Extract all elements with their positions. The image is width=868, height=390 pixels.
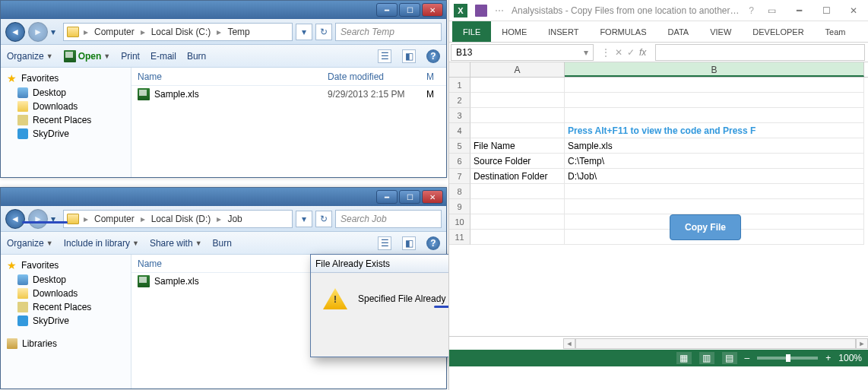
crumb-computer[interactable]: Computer — [93, 27, 136, 37]
help-icon[interactable]: ? — [749, 5, 754, 16]
file-row[interactable]: Sample.xls 9/29/2013 2:15 PM M — [131, 86, 446, 103]
refresh-dropdown-button[interactable]: ▾ — [296, 211, 312, 227]
select-all-corner[interactable] — [449, 62, 470, 77]
preview-pane-button[interactable]: ◧ — [402, 49, 416, 63]
email-button[interactable]: E-mail — [150, 51, 176, 62]
cell[interactable] — [470, 214, 565, 230]
refresh-button[interactable]: ↻ — [315, 24, 332, 40]
col-name[interactable]: Name — [131, 258, 322, 269]
tab-file[interactable]: FILE — [452, 21, 491, 42]
view-options-button[interactable]: ☰ — [378, 236, 391, 250]
view-normal-button[interactable]: ▦ — [676, 352, 692, 364]
forward-button[interactable]: ► — [28, 209, 48, 229]
row-header[interactable]: 6 — [449, 154, 470, 169]
cell[interactable] — [470, 230, 565, 245]
cell[interactable] — [565, 78, 864, 93]
cell[interactable] — [565, 199, 864, 214]
maximize-button[interactable]: ☐ — [399, 190, 420, 204]
cell[interactable] — [470, 199, 565, 214]
address-bar[interactable]: ▸ Computer ▸ Local Disk (D:) ▸ Job — [63, 210, 293, 228]
crumb-disk[interactable]: Local Disk (D:) — [150, 214, 213, 224]
view-page-break-button[interactable]: ▤ — [722, 352, 737, 364]
cell-filename-value[interactable]: Sample.xls — [565, 138, 864, 154]
back-button[interactable]: ◄ — [5, 209, 25, 229]
col-name[interactable]: Name — [131, 71, 322, 82]
row-header[interactable]: 8 — [449, 184, 470, 199]
refresh-dropdown-button[interactable]: ▾ — [296, 24, 312, 40]
burn-button[interactable]: Burn — [213, 238, 232, 249]
zoom-level[interactable]: 100% — [838, 353, 862, 363]
crumb-disk[interactable]: Local Disk (C:) — [150, 27, 213, 37]
cell[interactable] — [565, 93, 864, 108]
cell-instruction[interactable]: Press Alt+F11 to view the code and Press… — [565, 123, 864, 138]
row-header[interactable]: 4 — [449, 123, 470, 138]
copy-file-button[interactable]: Copy File — [670, 214, 741, 240]
help-icon[interactable]: ? — [426, 236, 440, 250]
cell[interactable] — [470, 93, 565, 108]
cell[interactable] — [565, 184, 864, 199]
row-header[interactable]: 2 — [449, 93, 470, 108]
close-button[interactable]: ✕ — [844, 3, 863, 18]
titlebar[interactable]: ━ ☐ ✕ — [1, 1, 446, 19]
col-header-a[interactable]: A — [470, 62, 565, 77]
sidebar-item-downloads[interactable]: Downloads — [1, 287, 131, 300]
row-header[interactable]: 7 — [449, 169, 470, 184]
minimize-button[interactable]: ━ — [789, 3, 809, 18]
print-button[interactable]: Print — [121, 51, 140, 62]
sidebar-item-downloads[interactable]: Downloads — [1, 100, 131, 113]
help-icon[interactable]: ? — [426, 49, 440, 63]
address-bar[interactable]: ▸ Computer ▸ Local Disk (C:) ▸ Temp — [63, 23, 293, 41]
tab-data[interactable]: DATA — [657, 21, 700, 42]
row-header[interactable]: 1 — [449, 78, 470, 93]
worksheet-grid[interactable]: A B 1 2 3 4 5 6 7 8 9 10 11 Press Alt+F1 — [449, 62, 868, 336]
row-header[interactable]: 5 — [449, 138, 470, 154]
view-page-layout-button[interactable]: ▥ — [699, 352, 714, 364]
preview-pane-button[interactable]: ◧ — [402, 236, 416, 250]
cell[interactable] — [470, 108, 565, 123]
row-header[interactable]: 3 — [449, 108, 470, 123]
tab-team[interactable]: Team — [815, 21, 857, 42]
col-date[interactable]: Date modified — [322, 71, 420, 82]
zoom-out-button[interactable]: – — [745, 353, 750, 363]
scroll-right-button[interactable]: ► — [856, 338, 868, 349]
minimize-button[interactable]: ━ — [376, 190, 398, 204]
burn-button[interactable]: Burn — [187, 51, 206, 62]
close-button[interactable]: ✕ — [422, 3, 443, 17]
row-header[interactable]: 9 — [449, 199, 470, 214]
cell[interactable] — [470, 123, 565, 138]
cell[interactable] — [470, 78, 565, 93]
zoom-thumb[interactable] — [786, 354, 790, 362]
formula-dropdown-icon[interactable]: ⋮ — [601, 47, 610, 58]
ribbon-toggle-button[interactable]: ▭ — [762, 3, 781, 18]
sidebar-item-skydrive[interactable]: SkyDrive — [1, 314, 131, 328]
enter-formula-icon[interactable]: ✓ — [627, 47, 635, 58]
tab-insert[interactable]: INSERT — [537, 21, 589, 42]
scroll-left-button[interactable]: ◄ — [563, 338, 575, 349]
name-box[interactable]: B13▾ — [451, 44, 594, 61]
col-type[interactable]: M — [420, 71, 440, 82]
scroll-track[interactable] — [575, 338, 856, 349]
sidebar-item-skydrive[interactable]: SkyDrive — [1, 127, 131, 141]
formula-bar[interactable] — [655, 44, 865, 61]
tab-developer[interactable]: DEVELOPER — [742, 21, 814, 42]
organize-menu[interactable]: Organize ▼ — [7, 238, 53, 249]
zoom-slider[interactable] — [757, 357, 818, 360]
sidebar-item-recent[interactable]: Recent Places — [1, 300, 131, 314]
cell[interactable] — [470, 184, 565, 199]
sidebar-item-recent[interactable]: Recent Places — [1, 113, 131, 127]
fx-label[interactable]: fx — [639, 47, 649, 58]
row-header[interactable]: 11 — [449, 230, 470, 245]
open-menu[interactable]: Open ▼ — [64, 50, 111, 62]
cancel-formula-icon[interactable]: ✕ — [615, 47, 622, 58]
sidebar-favorites-header[interactable]: ★Favorites — [1, 258, 131, 273]
sidebar-item-desktop[interactable]: Desktop — [1, 273, 131, 287]
row-header[interactable]: 10 — [449, 214, 470, 230]
cell-filename-label[interactable]: File Name — [470, 138, 565, 154]
sidebar-favorites-header[interactable]: ★Favorites — [1, 71, 131, 86]
organize-menu[interactable]: Organize ▼ — [7, 51, 53, 62]
sidebar-item-desktop[interactable]: Desktop — [1, 86, 131, 100]
zoom-in-button[interactable]: + — [825, 353, 831, 363]
col-header-b[interactable]: B — [565, 62, 864, 77]
tab-home[interactable]: HOME — [491, 21, 537, 42]
refresh-button[interactable]: ↻ — [315, 211, 332, 227]
